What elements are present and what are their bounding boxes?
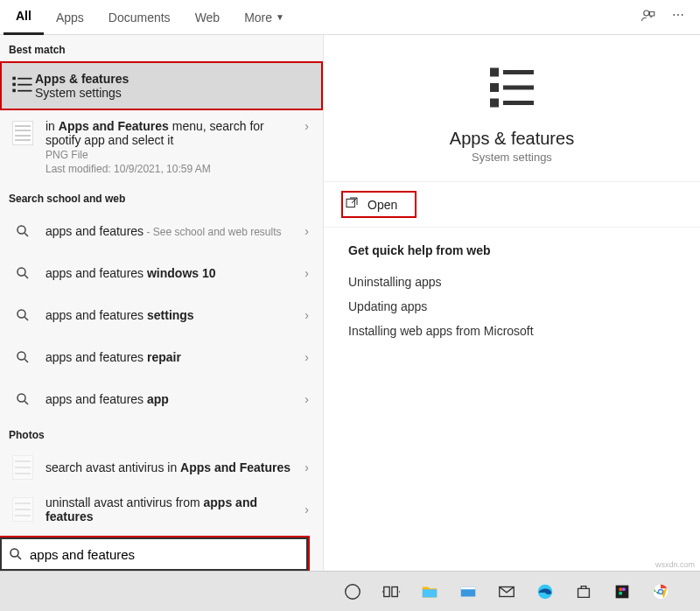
file-type: PNG File	[46, 149, 299, 161]
taskbar	[0, 571, 700, 611]
svg-point-10	[18, 352, 25, 360]
search-icon	[2, 546, 30, 562]
svg-point-9	[18, 310, 25, 318]
help-link[interactable]: Installing web apps from Microsoft	[348, 319, 676, 343]
search-icon	[9, 385, 37, 413]
chevron-right-icon[interactable]: ›	[299, 460, 314, 474]
search-icon	[9, 259, 37, 287]
svg-rect-4	[18, 83, 32, 85]
help-link[interactable]: Uninstalling apps	[348, 270, 676, 294]
svg-point-29	[622, 587, 626, 591]
svg-rect-12	[490, 68, 499, 77]
photo-thumb-icon	[9, 453, 37, 481]
svg-rect-21	[384, 586, 389, 596]
section-photos: Photos	[0, 420, 323, 446]
web-result[interactable]: apps and features app ›	[0, 378, 323, 420]
result-best-match[interactable]: Apps & features System settings	[0, 61, 323, 110]
taskbar-store-icon[interactable]	[567, 575, 600, 608]
search-icon	[9, 301, 37, 329]
svg-rect-13	[503, 70, 534, 74]
section-best-match: Best match	[0, 35, 323, 61]
svg-rect-18	[346, 199, 354, 207]
svg-rect-16	[490, 99, 499, 108]
tab-all[interactable]: All	[4, 0, 44, 35]
search-scope-tabs: All Apps Documents Web More ▼ ⋯	[0, 0, 700, 35]
more-options-icon[interactable]: ⋯	[672, 8, 686, 26]
svg-point-8	[18, 268, 25, 276]
results-panel: Best match Apps & features System settin…	[0, 35, 324, 571]
help-link[interactable]: Updating apps	[348, 294, 676, 319]
svg-rect-14	[490, 83, 499, 92]
taskbar-mail-icon[interactable]	[490, 575, 523, 608]
section-school-web: Search school and web	[0, 184, 323, 210]
taskbar-explorer-icon[interactable]	[413, 575, 446, 608]
svg-rect-15	[503, 86, 534, 90]
apps-features-large-icon	[341, 61, 682, 116]
taskbar-cortana-icon[interactable]	[336, 575, 369, 608]
result-file[interactable]: in Apps and Features menu, search for sp…	[0, 110, 323, 184]
taskbar-figma-icon[interactable]	[606, 575, 639, 608]
svg-rect-1	[12, 76, 16, 80]
svg-point-11	[18, 394, 25, 402]
open-button[interactable]: Open	[341, 191, 416, 218]
best-match-sub: System settings	[35, 86, 129, 100]
search-box[interactable]	[0, 537, 308, 571]
open-label: Open	[368, 198, 397, 212]
svg-point-19	[10, 549, 18, 557]
web-result[interactable]: apps and features repair ›	[0, 336, 323, 378]
web-result[interactable]: apps and features settings ›	[0, 294, 323, 336]
svg-rect-6	[18, 89, 32, 91]
search-icon	[9, 217, 37, 245]
search-icon	[9, 343, 37, 371]
photo-result[interactable]: uninstall avast antivirus from apps and …	[0, 488, 323, 530]
svg-rect-27	[616, 585, 629, 598]
svg-point-7	[18, 226, 25, 234]
svg-rect-22	[392, 586, 397, 596]
svg-rect-2	[18, 77, 32, 79]
apps-features-icon	[10, 73, 35, 100]
tab-web[interactable]: Web	[183, 0, 233, 35]
svg-point-33	[659, 590, 662, 593]
best-match-title: Apps & features	[35, 72, 129, 86]
file-thumb-icon	[9, 119, 37, 147]
taskbar-chrome-icon[interactable]	[644, 575, 677, 608]
watermark: wsxdn.com	[655, 560, 695, 569]
photo-thumb-icon	[9, 495, 37, 523]
file-modified: Last modified: 10/9/2021, 10:59 AM	[46, 163, 299, 175]
svg-point-30	[619, 591, 622, 594]
svg-point-20	[346, 584, 360, 599]
open-icon	[345, 196, 359, 213]
chevron-down-icon: ▼	[276, 12, 284, 22]
tab-apps[interactable]: Apps	[44, 0, 96, 35]
web-result[interactable]: apps and features - See school and web r…	[0, 210, 323, 252]
preview-title: Apps & features	[341, 129, 682, 149]
svg-rect-17	[503, 101, 534, 105]
preview-panel: Apps & features System settings Open Get…	[324, 35, 700, 571]
tab-documents[interactable]: Documents	[96, 0, 183, 35]
chevron-right-icon[interactable]: ›	[299, 266, 314, 280]
chevron-right-icon[interactable]: ›	[299, 502, 314, 516]
photo-result[interactable]: search avast antivirus in Apps and Featu…	[0, 446, 323, 488]
preview-sub: System settings	[341, 151, 682, 164]
chevron-right-icon[interactable]: ›	[299, 308, 314, 322]
svg-point-28	[619, 587, 622, 591]
search-input[interactable]	[30, 539, 306, 569]
feedback-icon[interactable]	[640, 8, 656, 26]
svg-point-0	[644, 11, 649, 16]
chevron-right-icon[interactable]: ›	[299, 224, 314, 238]
taskbar-taskview-icon[interactable]	[374, 575, 408, 608]
taskbar-edge-icon[interactable]	[528, 575, 562, 608]
tab-more[interactable]: More ▼	[232, 0, 297, 35]
svg-rect-3	[12, 82, 16, 86]
help-title: Get quick help from web	[348, 243, 676, 257]
chevron-right-icon[interactable]: ›	[299, 119, 314, 133]
svg-rect-24	[461, 586, 476, 589]
taskbar-app-icon[interactable]	[452, 575, 485, 608]
chevron-right-icon[interactable]: ›	[299, 392, 314, 406]
tab-more-label: More	[244, 11, 272, 25]
file-title: in Apps and Features menu, search for sp…	[46, 119, 299, 147]
chevron-right-icon[interactable]: ›	[299, 350, 314, 364]
web-result[interactable]: apps and features windows 10 ›	[0, 252, 323, 294]
svg-rect-5	[12, 88, 16, 92]
